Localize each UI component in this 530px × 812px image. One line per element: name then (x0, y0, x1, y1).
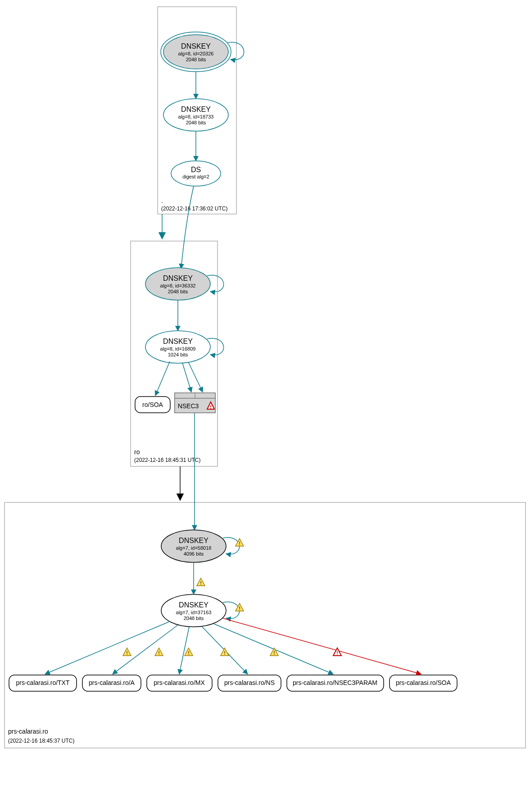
node-root-zsk[interactable]: DNSKEY alg=8, id=18733 2048 bits (163, 99, 228, 131)
warning-icon: ! (270, 648, 278, 656)
edge-ro-zsk-nsec3-2 (188, 362, 203, 392)
zone-root-label: . (161, 197, 163, 204)
node-ro-nsec3[interactable]: NSEC3 ! (175, 393, 215, 413)
svg-text:!: ! (239, 606, 240, 611)
svg-text:!: ! (239, 541, 240, 546)
svg-text:NSEC3: NSEC3 (178, 402, 199, 410)
svg-text:!: ! (126, 650, 128, 656)
svg-text:ro/SOA: ro/SOA (142, 401, 163, 408)
warning-icon: ! (236, 538, 244, 546)
svg-text:prs-calarasi.ro/NS: prs-calarasi.ro/NS (224, 679, 275, 686)
svg-text:prs-calarasi.ro/NSEC3PARAM: prs-calarasi.ro/NSEC3PARAM (293, 679, 377, 686)
edge-ro-zsk-soa (155, 361, 170, 396)
node-root-ksk[interactable]: DNSKEY alg=8, id=20326 2048 bits (161, 32, 231, 72)
warning-icon: ! (236, 603, 244, 611)
node-prs-soa[interactable]: prs-calarasi.ro/SOA (390, 675, 457, 691)
svg-text:digest alg=2: digest alg=2 (182, 174, 209, 179)
svg-text:DNSKEY: DNSKEY (179, 537, 208, 544)
node-ro-ksk[interactable]: DNSKEY alg=8, id=36332 2048 bits (145, 268, 210, 300)
svg-text:alg=7, id=58018: alg=7, id=58018 (176, 545, 212, 551)
svg-text:!: ! (210, 404, 212, 410)
svg-text:prs-calarasi.ro/A: prs-calarasi.ro/A (89, 679, 135, 686)
svg-text:!: ! (273, 650, 275, 656)
zone-ro-label: ro (134, 448, 140, 456)
svg-text:alg=8, id=36332: alg=8, id=36332 (160, 283, 196, 288)
svg-text:alg=8, id=20326: alg=8, id=20326 (178, 51, 214, 56)
node-prs-ksk[interactable]: DNSKEY alg=7, id=58018 4096 bits (161, 530, 226, 562)
edge-prs-zsk-n3p (213, 624, 333, 674)
svg-text:4096 bits: 4096 bits (184, 551, 204, 557)
svg-text:2048 bits: 2048 bits (186, 57, 206, 62)
edge-prs-zsk-a (113, 625, 178, 674)
svg-text:DNSKEY: DNSKEY (181, 105, 211, 113)
svg-text:DNSKEY: DNSKEY (163, 274, 193, 282)
svg-text:!: ! (158, 650, 160, 656)
node-prs-txt[interactable]: prs-calarasi.ro/TXT (9, 675, 77, 691)
node-ro-soa[interactable]: ro/SOA (135, 397, 170, 413)
warning-icon: ! (123, 648, 131, 656)
svg-text:!: ! (200, 580, 202, 586)
svg-text:alg=7, id=37163: alg=7, id=37163 (176, 610, 212, 615)
svg-point-9 (171, 161, 221, 186)
svg-text:2048 bits: 2048 bits (168, 289, 188, 294)
node-root-ds[interactable]: DS digest alg=2 (171, 161, 221, 186)
node-prs-a[interactable]: prs-calarasi.ro/A (82, 675, 141, 691)
svg-text:2048 bits: 2048 bits (184, 616, 204, 621)
svg-text:prs-calarasi.ro/SOA: prs-calarasi.ro/SOA (396, 679, 451, 686)
svg-text:DNSKEY: DNSKEY (179, 601, 208, 609)
edge-prs-zsk-soa (223, 618, 421, 674)
zone-ro-ts: (2022-12-16 18:45:31 UTC) (134, 457, 200, 463)
zone-prs-label: prs-calarasi.ro (8, 728, 48, 735)
svg-text:!: ! (224, 650, 226, 656)
node-prs-zsk[interactable]: DNSKEY alg=7, id=37163 2048 bits (161, 594, 226, 627)
zone-root-ts: (2022-12-16 17:36:02 UTC) (161, 205, 227, 212)
node-prs-ns[interactable]: prs-calarasi.ro/NS (218, 675, 281, 691)
dnssec-graph: . (2022-12-16 17:36:02 UTC) ro (2022-12-… (0, 0, 530, 812)
node-prs-mx[interactable]: prs-calarasi.ro/MX (147, 675, 212, 691)
svg-text:alg=8, id=18733: alg=8, id=18733 (178, 114, 214, 119)
edge-ro-zsk-nsec3-1 (182, 363, 191, 392)
zone-box-prs (5, 502, 525, 748)
node-ro-zsk[interactable]: DNSKEY alg=8, id=16809 1024 bits (145, 331, 210, 363)
svg-text:!: ! (336, 650, 338, 656)
svg-text:DS: DS (191, 166, 201, 173)
zone-prs-ts: (2022-12-16 18:45:37 UTC) (8, 738, 74, 744)
svg-text:prs-calarasi.ro/MX: prs-calarasi.ro/MX (154, 679, 205, 686)
svg-text:1024 bits: 1024 bits (168, 352, 188, 357)
warning-icon: ! (155, 648, 163, 656)
svg-text:!: ! (188, 650, 190, 656)
error-icon: ! (333, 648, 341, 656)
svg-text:prs-calarasi.ro/TXT: prs-calarasi.ro/TXT (16, 679, 69, 686)
edge-ds-to-ro-ksk (181, 186, 194, 269)
warning-icon: ! (197, 578, 205, 586)
svg-text:DNSKEY: DNSKEY (163, 338, 193, 345)
edge-prs-zsk-txt (45, 622, 169, 674)
node-prs-n3p[interactable]: prs-calarasi.ro/NSEC3PARAM (287, 675, 384, 691)
warning-icon: ! (185, 648, 193, 656)
warning-icon: ! (221, 648, 229, 656)
svg-text:DNSKEY: DNSKEY (181, 42, 211, 50)
svg-text:alg=8, id=16809: alg=8, id=16809 (160, 346, 196, 351)
svg-text:2048 bits: 2048 bits (186, 120, 206, 125)
